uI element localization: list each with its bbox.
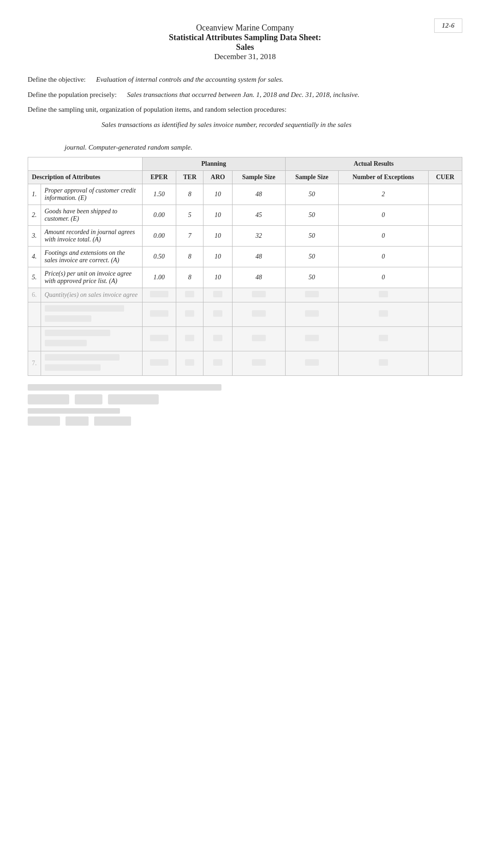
row-num bbox=[28, 327, 41, 351]
row-desc: Amount recorded in journal agrees with i… bbox=[41, 226, 142, 247]
row-cuer bbox=[428, 226, 462, 247]
row-num-exceptions: 0 bbox=[338, 247, 428, 267]
row-aro bbox=[203, 302, 232, 327]
col-eper-header: EPER bbox=[142, 171, 176, 184]
table-row: 4. Footings and extensions on the sales … bbox=[28, 247, 462, 267]
population-value: Sales transactions that occurred between… bbox=[127, 91, 359, 98]
objective-label: Define the objective: bbox=[28, 76, 86, 83]
row-num: 7. bbox=[28, 351, 41, 376]
row-desc: Proper approval of customer credit infor… bbox=[41, 184, 142, 205]
row-eper: 1.50 bbox=[142, 184, 176, 205]
row-sample-plan: 32 bbox=[232, 226, 285, 247]
doc-title: Statistical Attributes Sampling Data She… bbox=[28, 33, 462, 42]
row-sample-actual bbox=[285, 302, 338, 327]
table-row bbox=[28, 302, 462, 327]
col-desc-header: Description of Attributes bbox=[28, 171, 143, 184]
sampling-line: Define the sampling unit, organization o… bbox=[28, 104, 462, 115]
col-aro-header: ARO bbox=[203, 171, 232, 184]
row-eper: 1.00 bbox=[142, 267, 176, 288]
row-desc: Quantity(ies) on sales invoice agree bbox=[41, 288, 142, 302]
row-cuer bbox=[428, 288, 462, 302]
page-number: 12-6 bbox=[434, 18, 463, 33]
row-num-exceptions: 0 bbox=[338, 226, 428, 247]
col-ter-header: TER bbox=[176, 171, 203, 184]
footer-note bbox=[28, 384, 462, 426]
row-ter bbox=[176, 302, 203, 327]
row-eper: 0.50 bbox=[142, 247, 176, 267]
attributes-table: Planning Actual Results Description of A… bbox=[28, 157, 462, 376]
sampling-label: Define the sampling unit, organization o… bbox=[28, 106, 287, 113]
row-num-exceptions bbox=[338, 351, 428, 376]
row-num-exceptions: 0 bbox=[338, 267, 428, 288]
col-sample-size-actual-header: Sample Size bbox=[285, 171, 338, 184]
col-sample-size-plan-header: Sample Size bbox=[232, 171, 285, 184]
group-header-row: Planning Actual Results bbox=[28, 157, 462, 171]
row-ter: 8 bbox=[176, 247, 203, 267]
row-ter bbox=[176, 351, 203, 376]
row-num-exceptions bbox=[338, 327, 428, 351]
doc-subtitle: Sales bbox=[28, 42, 462, 52]
population-line: Define the population precisely: Sales t… bbox=[28, 90, 462, 100]
row-aro bbox=[203, 288, 232, 302]
row-cuer bbox=[428, 184, 462, 205]
row-ter bbox=[176, 327, 203, 351]
journal-note: journal. Computer-generated random sampl… bbox=[65, 144, 462, 151]
row-desc bbox=[41, 327, 142, 351]
objective-line: Define the objective: Evaluation of inte… bbox=[28, 74, 462, 85]
objective-value: Evaluation of internal controls and the … bbox=[96, 76, 283, 83]
row-ter: 8 bbox=[176, 267, 203, 288]
row-num: 3. bbox=[28, 226, 41, 247]
row-num-exceptions: 2 bbox=[338, 184, 428, 205]
row-sample-plan: 48 bbox=[232, 184, 285, 205]
row-num: 6. bbox=[28, 288, 41, 302]
row-ter bbox=[176, 288, 203, 302]
row-desc bbox=[41, 351, 142, 376]
row-num-exceptions: 0 bbox=[338, 205, 428, 226]
table-row bbox=[28, 327, 462, 351]
row-eper: 0.00 bbox=[142, 226, 176, 247]
table-row: 5. Price(s) per unit on invoice agree wi… bbox=[28, 267, 462, 288]
row-aro: 10 bbox=[203, 226, 232, 247]
row-sample-plan: 48 bbox=[232, 267, 285, 288]
row-ter: 5 bbox=[176, 205, 203, 226]
row-sample-actual bbox=[285, 327, 338, 351]
population-label: Define the population precisely: bbox=[28, 91, 117, 98]
row-desc: Price(s) per unit on invoice agree with … bbox=[41, 267, 142, 288]
row-sample-plan bbox=[232, 288, 285, 302]
doc-date: December 31, 2018 bbox=[28, 52, 462, 61]
row-num: 1. bbox=[28, 184, 41, 205]
row-eper bbox=[142, 288, 176, 302]
row-cuer bbox=[428, 267, 462, 288]
row-aro: 10 bbox=[203, 247, 232, 267]
row-cuer bbox=[428, 327, 462, 351]
row-num-exceptions bbox=[338, 288, 428, 302]
row-desc: Goods have been shipped to customer. (E) bbox=[41, 205, 142, 226]
row-aro bbox=[203, 351, 232, 376]
row-ter: 7 bbox=[176, 226, 203, 247]
row-eper bbox=[142, 302, 176, 327]
row-aro: 10 bbox=[203, 205, 232, 226]
row-num: 5. bbox=[28, 267, 41, 288]
table-row: 2. Goods have been shipped to customer. … bbox=[28, 205, 462, 226]
row-eper bbox=[142, 351, 176, 376]
company-name: Oceanview Marine Company bbox=[28, 23, 462, 33]
row-sample-actual: 50 bbox=[285, 184, 338, 205]
col-num-exceptions-header: Number of Exceptions bbox=[338, 171, 428, 184]
row-ter: 8 bbox=[176, 184, 203, 205]
document-header: Oceanview Marine Company Statistical Att… bbox=[28, 18, 462, 61]
row-eper: 0.00 bbox=[142, 205, 176, 226]
sampling-value: Sales transactions as identified by sale… bbox=[28, 120, 462, 130]
page-wrapper: 12-6 Oceanview Marine Company Statistica… bbox=[28, 18, 462, 426]
row-sample-actual bbox=[285, 351, 338, 376]
actual-header: Actual Results bbox=[285, 157, 462, 171]
row-sample-plan: 45 bbox=[232, 205, 285, 226]
row-aro: 10 bbox=[203, 184, 232, 205]
row-sample-actual bbox=[285, 288, 338, 302]
footer-block-1 bbox=[28, 394, 69, 404]
row-sample-actual: 50 bbox=[285, 267, 338, 288]
row-num: 2. bbox=[28, 205, 41, 226]
row-desc: Footings and extensions on the sales inv… bbox=[41, 247, 142, 267]
row-num: 4. bbox=[28, 247, 41, 267]
row-eper bbox=[142, 327, 176, 351]
table-row: 1. Proper approval of customer credit in… bbox=[28, 184, 462, 205]
